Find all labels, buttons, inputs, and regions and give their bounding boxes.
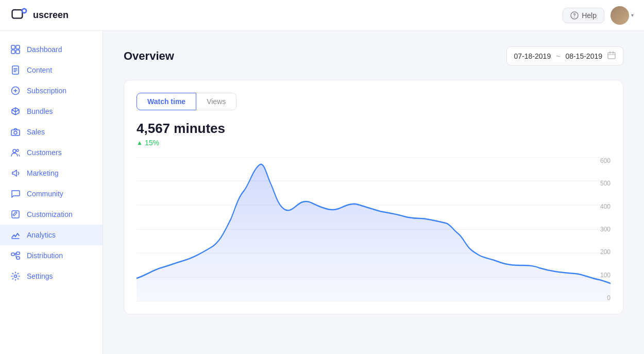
sidebar-item-label-distribution: Distribution	[27, 251, 63, 260]
sidebar-item-sales[interactable]: Sales	[0, 122, 103, 142]
y-axis-labels: 600 500 400 300 200 100 0	[590, 157, 611, 301]
svg-point-13	[13, 149, 16, 153]
chart-card: Watch time Views 4,567 minutes ▲ 15%	[124, 80, 623, 314]
header-right: Help ▾	[563, 6, 634, 25]
sidebar-item-label-analytics: Analytics	[27, 231, 56, 239]
chart-container: 600 500 400 300 200 100 0	[137, 157, 611, 301]
stat-value: 4,567 minutes	[137, 121, 611, 137]
sidebar-item-label-settings: Settings	[27, 272, 53, 280]
logo: uscreen	[10, 6, 69, 25]
sidebar-item-label-marketing: Marketing	[27, 169, 58, 177]
box-icon	[10, 106, 21, 116]
y-label-400: 400	[590, 203, 611, 210]
date-start: 07-18-2019	[514, 52, 551, 60]
svg-rect-18	[16, 257, 20, 259]
y-label-300: 300	[590, 226, 611, 233]
sidebar-item-label-content: Content	[27, 66, 52, 74]
chevron-down-icon: ▾	[631, 12, 634, 18]
sidebar-item-subscription[interactable]: Subscription	[0, 80, 103, 101]
svg-rect-7	[11, 50, 15, 54]
avatar	[611, 6, 629, 25]
date-separator: ~	[556, 52, 560, 60]
chart-icon	[10, 230, 21, 240]
file-icon	[10, 65, 21, 75]
svg-point-4	[574, 16, 575, 18]
svg-rect-20	[608, 53, 615, 59]
distribute-icon	[10, 250, 21, 261]
svg-rect-11	[11, 130, 20, 136]
date-end: 08-15-2019	[565, 52, 602, 60]
sidebar-item-label-subscription: Subscription	[27, 87, 66, 95]
svg-point-2	[23, 9, 25, 12]
sidebar-item-label-dashboard: Dashboard	[27, 45, 62, 54]
y-label-0: 0	[590, 294, 611, 301]
sidebar-item-label-customization: Customization	[27, 210, 73, 218]
sidebar: Dashboard Content Subscription	[0, 31, 103, 354]
y-label-100: 100	[590, 272, 611, 279]
date-range-picker[interactable]: 07-18-2019 ~ 08-15-2019	[506, 46, 623, 65]
sidebar-item-bundles[interactable]: Bundles	[0, 101, 103, 122]
svg-rect-5	[11, 45, 15, 49]
sidebar-item-marketing[interactable]: Marketing	[0, 163, 103, 183]
sidebar-item-dashboard[interactable]: Dashboard	[0, 39, 103, 60]
edit-icon	[10, 209, 21, 220]
settings-icon	[10, 271, 21, 281]
help-icon	[570, 11, 579, 20]
megaphone-icon	[10, 168, 21, 178]
sidebar-item-content[interactable]: Content	[0, 60, 103, 80]
sidebar-item-customization[interactable]: Customization	[0, 204, 103, 225]
sidebar-item-settings[interactable]: Settings	[0, 266, 103, 286]
help-label: Help	[582, 11, 597, 20]
user-avatar-button[interactable]: ▾	[611, 6, 634, 25]
logo-text: uscreen	[33, 10, 69, 21]
svg-point-12	[14, 131, 17, 134]
sidebar-item-label-sales: Sales	[27, 128, 45, 136]
sidebar-item-community[interactable]: Community	[0, 183, 103, 204]
sidebar-item-label-community: Community	[27, 190, 63, 198]
users-icon	[10, 147, 21, 158]
svg-point-19	[14, 275, 17, 278]
up-arrow-icon: ▲	[137, 139, 143, 146]
tab-bar: Watch time Views	[137, 93, 611, 110]
tab-views[interactable]: Views	[196, 93, 236, 110]
stat-change: ▲ 15%	[137, 139, 611, 147]
area-chart	[137, 157, 611, 301]
svg-rect-16	[11, 253, 14, 256]
sidebar-item-analytics[interactable]: Analytics	[0, 225, 103, 245]
svg-rect-6	[16, 45, 20, 49]
page-title: Overview	[124, 49, 174, 63]
main-content: Overview 07-18-2019 ~ 08-15-2019	[103, 31, 644, 354]
svg-rect-8	[16, 50, 20, 54]
app-body: Dashboard Content Subscription	[0, 31, 644, 354]
chat-icon	[10, 189, 21, 199]
logo-icon	[10, 6, 29, 25]
help-button[interactable]: Help	[563, 8, 604, 23]
svg-point-14	[16, 149, 19, 151]
tab-watch-time[interactable]: Watch time	[137, 93, 196, 110]
y-label-200: 200	[590, 248, 611, 256]
grid-icon	[10, 44, 21, 55]
sidebar-item-distribution[interactable]: Distribution	[0, 245, 103, 266]
camera-icon	[10, 127, 21, 137]
svg-rect-17	[16, 252, 20, 255]
y-label-500: 500	[590, 180, 611, 187]
tag-icon	[10, 86, 21, 96]
calendar-icon	[607, 51, 616, 61]
header: uscreen Help ▾	[0, 0, 644, 31]
stat-percent: 15%	[145, 139, 159, 147]
sidebar-item-customers[interactable]: Customers	[0, 142, 103, 163]
y-label-600: 600	[590, 157, 611, 164]
sidebar-item-label-bundles: Bundles	[27, 107, 53, 115]
sidebar-item-label-customers: Customers	[27, 148, 62, 157]
svg-rect-0	[12, 10, 23, 18]
overview-header: Overview 07-18-2019 ~ 08-15-2019	[124, 46, 623, 65]
